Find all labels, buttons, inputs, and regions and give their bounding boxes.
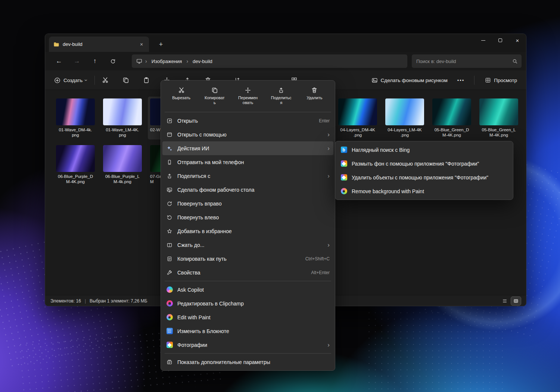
rotate-left-icon (166, 214, 173, 220)
menu-item-send-to-phone[interactable]: Отправить на мой телефон (162, 155, 333, 169)
menu-item-show-more-options[interactable]: Показать дополнительные параметры (162, 355, 333, 369)
file-name: 04-Layers_LM-4K .png (383, 127, 426, 138)
cut-button[interactable]: Вырезать (165, 84, 198, 108)
menu-item-add-to-favorites[interactable]: Добавить в избранное (162, 224, 333, 238)
quick-action-label: Вырезать (172, 95, 190, 100)
minimize-button[interactable] (475, 34, 492, 47)
screen: dev-build × + × ← → ↑ › (0, 0, 560, 392)
submenu-item-blur-background-photos[interactable]: Размыть фон с помощью приложения "Фотогр… (337, 157, 511, 170)
cut-icon (102, 77, 109, 84)
refresh-button[interactable] (106, 55, 119, 68)
submenu-item-bing-visual-search[interactable]: Наглядный поиск с Bing (337, 143, 511, 157)
menu-item-photos[interactable]: Фотографии › (162, 338, 333, 352)
menu-item-edit-with-paint[interactable]: Edit with Paint (162, 310, 333, 324)
file-tile[interactable]: 01-Wave_DM-4k. png (54, 97, 97, 139)
search-box[interactable] (412, 54, 522, 68)
menu-item-properties[interactable]: Свойства Alt+Enter (162, 266, 333, 279)
quick-action-label: Копироват ь (205, 95, 225, 105)
create-button[interactable]: Создать › (50, 74, 91, 87)
maximize-button[interactable] (492, 34, 509, 47)
bing-icon (341, 147, 347, 153)
menu-item-rotate-right[interactable]: Повернуть вправо (162, 197, 333, 210)
toolbar-separator (94, 76, 95, 85)
menu-item-rotate-left[interactable]: Повернуть влево (162, 210, 333, 224)
search-input[interactable] (416, 59, 512, 64)
file-tile[interactable]: 05-Blue_Green_D M-4K.png (430, 97, 473, 139)
file-thumbnail (338, 98, 377, 125)
file-tile[interactable]: 01-Wave_LM-4K. png (101, 97, 144, 139)
submenu-item-remove-background-paint[interactable]: Remove background with Paint (337, 184, 511, 198)
breadcrumb-dev-build[interactable]: dev-build (191, 57, 214, 65)
copilot-icon (167, 286, 173, 293)
file-thumbnail (432, 98, 471, 125)
copy-button[interactable]: Копироват ь (198, 84, 231, 108)
file-tile[interactable]: 05-Blue_Green_L M-4K.png (477, 97, 520, 139)
view-icon (485, 77, 491, 83)
quick-action-label: Поделитьс я (271, 95, 292, 105)
address-bar[interactable]: › Изображения › dev-build (132, 54, 407, 68)
chevron-right-icon: › (327, 242, 330, 248)
menu-item-copy-as-path[interactable]: Копировать как путь Ctrl+Shift+C (162, 252, 333, 266)
cut-icon (178, 87, 185, 94)
view-button[interactable]: Просмотр (481, 74, 521, 87)
details-view-button[interactable] (500, 297, 510, 305)
create-label: Создать (63, 78, 83, 83)
menu-item-compress-to[interactable]: Сжать до... › (162, 238, 333, 252)
menu-item-edit-in-clipchamp[interactable]: Редактировать в Clipchamp (162, 297, 333, 310)
menu-item-set-desktop-background[interactable]: Сделать фоном рабочего стола (162, 183, 333, 197)
forward-button[interactable]: → (71, 55, 83, 68)
new-tab-button[interactable]: + (156, 39, 166, 50)
cut-button[interactable] (97, 73, 113, 87)
chevron-right-icon: › (327, 342, 330, 348)
copy-button[interactable] (118, 73, 134, 87)
paste-button[interactable] (138, 73, 155, 87)
chevron-right-icon: › (327, 145, 330, 151)
chevron-down-icon: › (84, 79, 90, 81)
file-tile[interactable]: 04-Layers_LM-4K .png (383, 97, 426, 139)
window-controls: × (475, 34, 526, 47)
menu-item-edit-in-notepad[interactable]: Изменить в Блокноте (162, 324, 333, 338)
file-tile[interactable]: 06-Blue_Purple_D M-4K.png (54, 143, 97, 186)
file-thumbnail (56, 98, 95, 125)
delete-button[interactable]: Удалить (298, 84, 331, 108)
nav-arrows: ← → ↑ (45, 55, 119, 68)
selection-info: Выбран 1 элемент: 7,26 МБ (90, 298, 147, 304)
menu-item-open[interactable]: Открыть Enter (162, 114, 333, 128)
file-tile[interactable]: 06-Blue_Purple_L M-4k.png (101, 143, 144, 186)
star-icon (166, 228, 173, 234)
submenu-item-erase-objects-photos[interactable]: Удалить объекты с помощью приложения "Фо… (337, 170, 511, 184)
share-button[interactable]: Поделитьс я (265, 84, 298, 108)
close-button[interactable]: × (509, 34, 526, 47)
rename-button[interactable]: Переимен овать (231, 84, 264, 108)
menu-item-share-with[interactable]: Поделиться с › (162, 169, 333, 183)
back-button[interactable]: ← (53, 55, 65, 68)
explorer-tab[interactable]: dev-build × (49, 37, 149, 52)
notepad-icon (167, 328, 173, 334)
menu-item-ai-actions[interactable]: Действия ИИ › (162, 141, 333, 155)
set-wallpaper-button[interactable]: Сделать фоновым рисунком (368, 74, 451, 87)
breadcrumb-pictures[interactable]: Изображения (150, 57, 184, 65)
refresh-icon (110, 59, 116, 64)
file-thumbnail (103, 145, 142, 172)
file-thumbnail (103, 98, 142, 125)
paint-icon (341, 188, 347, 194)
ai-sparkle-icon (166, 145, 173, 151)
status-view-toggles (500, 297, 521, 305)
tab-close-icon[interactable]: × (138, 41, 145, 48)
status-separator: | (85, 298, 86, 304)
delete-icon (311, 87, 318, 94)
file-tile[interactable]: 04-Layers_DM-4K .png (336, 97, 379, 139)
paint-icon (167, 314, 173, 320)
thumbnail-view-button[interactable] (511, 297, 521, 305)
menu-item-open-with[interactable]: Открыть с помощью › (162, 128, 333, 141)
up-button[interactable]: ↑ (88, 55, 101, 68)
items-count: Элементов: 16 (50, 298, 81, 304)
photos-icon (167, 342, 173, 348)
more-options-button[interactable]: ••• (454, 78, 468, 83)
menu-item-ask-copilot[interactable]: Ask Copilot (162, 283, 333, 297)
tab-title: dev-build (63, 41, 134, 47)
menu-separator (165, 353, 331, 354)
plus-circle-icon (54, 77, 60, 84)
toolbar-separator (474, 76, 475, 85)
menu-separator (165, 112, 331, 112)
